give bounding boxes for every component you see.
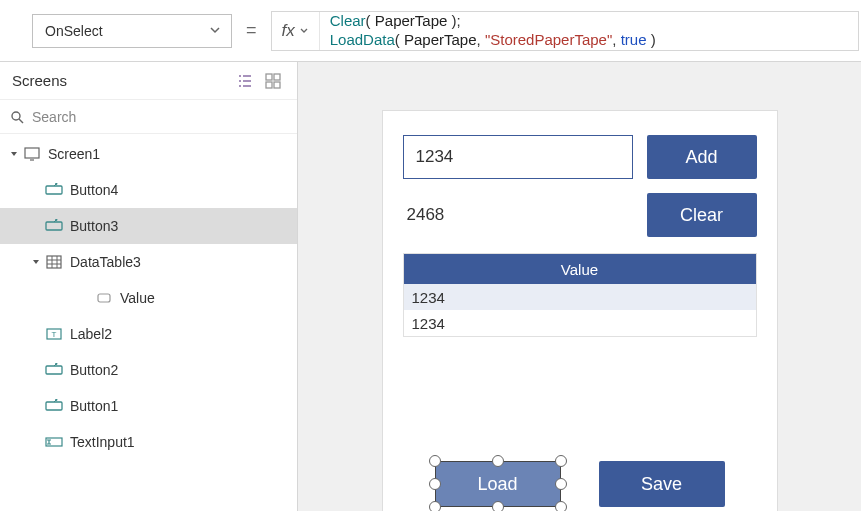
button-icon — [44, 181, 64, 199]
tree-item-label: Label2 — [70, 326, 112, 342]
button-icon — [44, 397, 64, 415]
search-placeholder: Search — [32, 109, 76, 125]
screen-icon — [22, 145, 42, 163]
app-preview: 1234 Add 2468 Clear Value 12341234 Load — [382, 110, 778, 511]
tree-view: Screen1Button4Button3DataTable3ValueTLab… — [0, 134, 297, 460]
screens-header: Screens — [0, 62, 297, 100]
screens-title: Screens — [12, 72, 229, 89]
table-row[interactable]: 1234 — [404, 310, 756, 336]
screens-panel: Screens Search Screen1Button4Button3Data… — [0, 62, 298, 511]
caret-icon[interactable] — [28, 258, 44, 266]
tree-item-label: Screen1 — [48, 146, 100, 162]
tree-item-label: Button3 — [70, 218, 118, 234]
resize-handle[interactable] — [555, 478, 567, 490]
svg-rect-18 — [46, 366, 62, 374]
field-icon — [94, 289, 114, 307]
svg-rect-3 — [274, 82, 280, 88]
table-icon — [44, 253, 64, 271]
tree-item-button3[interactable]: Button3 — [0, 208, 297, 244]
tree-item-label: Button4 — [70, 182, 118, 198]
svg-rect-8 — [46, 186, 62, 194]
formula-toolbar: OnSelect = fx Clear( PaperTape ); LoadDa… — [0, 0, 861, 62]
svg-rect-6 — [25, 148, 39, 158]
add-button[interactable]: Add — [647, 135, 757, 179]
tree-item-button1[interactable]: Button1 — [0, 388, 297, 424]
tree-item-label: Button1 — [70, 398, 118, 414]
search-box[interactable]: Search — [0, 100, 297, 134]
tree-item-label: TextInput1 — [70, 434, 135, 450]
resize-handle[interactable] — [555, 501, 567, 511]
svg-rect-9 — [46, 222, 62, 230]
fx-icon[interactable]: fx — [272, 12, 320, 50]
button-icon — [44, 217, 64, 235]
formula-text[interactable]: Clear( PaperTape ); LoadData( PaperTape,… — [320, 8, 666, 54]
chevron-down-icon — [299, 26, 309, 36]
thumbnail-view-icon[interactable] — [261, 69, 285, 93]
svg-text:T: T — [52, 330, 57, 339]
textinput-icon — [44, 433, 64, 451]
svg-rect-19 — [46, 402, 62, 410]
tree-item-label: Value — [120, 290, 155, 306]
caret-icon[interactable] — [6, 150, 22, 158]
clear-button[interactable]: Clear — [647, 193, 757, 237]
output-label: 2468 — [403, 205, 633, 225]
tree-item-datatable3[interactable]: DataTable3 — [0, 244, 297, 280]
tree-item-label2[interactable]: TLabel2 — [0, 316, 297, 352]
svg-rect-0 — [266, 74, 272, 80]
label-icon: T — [44, 325, 64, 343]
load-button-selected[interactable]: Load — [435, 461, 561, 507]
property-dropdown[interactable]: OnSelect — [32, 14, 232, 48]
resize-handle[interactable] — [429, 478, 441, 490]
svg-rect-10 — [47, 256, 61, 268]
svg-rect-1 — [274, 74, 280, 80]
chevron-down-icon — [209, 24, 221, 36]
formula-bar[interactable]: fx Clear( PaperTape ); LoadData( PaperTa… — [271, 11, 859, 51]
design-canvas[interactable]: 1234 Add 2468 Clear Value 12341234 Load — [298, 62, 861, 511]
resize-handle[interactable] — [429, 455, 441, 467]
search-icon — [10, 110, 24, 124]
tree-item-button4[interactable]: Button4 — [0, 172, 297, 208]
data-table[interactable]: Value 12341234 — [403, 253, 757, 337]
tree-item-screen1[interactable]: Screen1 — [0, 136, 297, 172]
resize-handle[interactable] — [492, 501, 504, 511]
tree-item-button2[interactable]: Button2 — [0, 352, 297, 388]
svg-rect-15 — [98, 294, 110, 302]
button-icon — [44, 361, 64, 379]
text-input[interactable]: 1234 — [403, 135, 633, 179]
property-dropdown-label: OnSelect — [45, 23, 103, 39]
table-header: Value — [404, 254, 756, 284]
resize-handle[interactable] — [492, 455, 504, 467]
svg-rect-2 — [266, 82, 272, 88]
resize-handle[interactable] — [429, 501, 441, 511]
save-button[interactable]: Save — [599, 461, 725, 507]
tree-item-value[interactable]: Value — [0, 280, 297, 316]
table-row[interactable]: 1234 — [404, 284, 756, 310]
tree-item-label: Button2 — [70, 362, 118, 378]
svg-point-4 — [12, 112, 20, 120]
tree-view-icon[interactable] — [233, 69, 257, 93]
tree-item-label: DataTable3 — [70, 254, 141, 270]
resize-handle[interactable] — [555, 455, 567, 467]
svg-line-5 — [19, 119, 23, 123]
tree-item-textinput1[interactable]: TextInput1 — [0, 424, 297, 460]
equals-sign: = — [246, 20, 257, 41]
